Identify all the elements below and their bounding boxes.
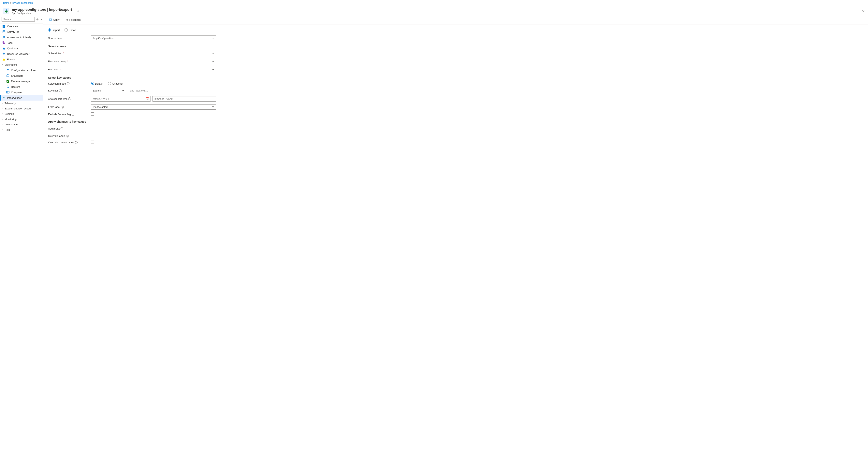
subscription-select[interactable] — [91, 51, 216, 56]
sidebar-item-restore[interactable]: Restore — [0, 84, 43, 90]
override-labels-checkbox[interactable] — [91, 134, 94, 137]
selection-mode-snapshot-text: Snapshot — [112, 82, 123, 85]
override-content-types-control — [91, 140, 216, 144]
resource-control — [91, 67, 216, 72]
date-input[interactable] — [91, 96, 144, 101]
svg-rect-23 — [49, 19, 52, 21]
svg-rect-3 — [3, 26, 4, 28]
specific-time-control: 📅 — [91, 96, 216, 102]
svg-point-10 — [3, 53, 4, 55]
import-radio-label[interactable]: Import — [48, 28, 60, 32]
calendar-icon[interactable]: 📅 — [144, 96, 151, 101]
from-label-select[interactable]: Please select — [91, 104, 216, 110]
sidebar-item-activity-log[interactable]: Activity log — [0, 29, 43, 34]
override-labels-control — [91, 134, 216, 138]
sidebar-item-iam[interactable]: Access control (IAM) — [0, 34, 43, 40]
sidebar-item-overview[interactable]: Overview — [0, 24, 43, 29]
selection-mode-info-icon[interactable]: i — [67, 82, 69, 85]
sidebar-collapse-button[interactable]: « — [40, 18, 43, 21]
app-container: Home > my-app-config-store my-app-config… — [0, 0, 868, 460]
resource-viz-icon — [2, 52, 5, 56]
breadcrumb-resource[interactable]: my-app-config-store — [12, 2, 34, 4]
importexport-icon — [2, 96, 5, 99]
feedback-button[interactable]: Feedback — [63, 17, 83, 23]
sidebar-group-monitoring[interactable]: › Monitoring — [0, 117, 43, 122]
svg-rect-2 — [4, 25, 5, 26]
key-filter-control: EqualsStarts with — [91, 88, 216, 93]
favorite-button[interactable]: ☆ — [76, 8, 80, 14]
selection-mode-snapshot-radio[interactable] — [108, 82, 111, 85]
selection-mode-snapshot-label[interactable]: Snapshot — [108, 82, 123, 85]
sidebar-item-snapshots-label: Snapshots — [11, 74, 23, 77]
sidebar-group-automation-label: Automation — [4, 123, 18, 126]
svg-point-18 — [7, 71, 8, 71]
selection-mode-default-radio[interactable] — [91, 82, 94, 85]
add-prefix-info-icon[interactable]: i — [61, 127, 63, 130]
close-button[interactable]: ✕ — [862, 9, 865, 13]
sidebar-item-configuration-explorer[interactable]: Configuration explorer — [0, 67, 43, 73]
search-actions: ⊙ « — [35, 18, 43, 21]
export-radio[interactable] — [64, 28, 68, 32]
source-type-row: Source type App ConfigurationAzure App S… — [48, 35, 216, 41]
search-input[interactable] — [2, 17, 35, 22]
sidebar-group-operations[interactable]: ▾ Operations — [0, 62, 43, 67]
sidebar-group-telemetry[interactable]: › Telemetry — [0, 101, 43, 106]
selection-mode-default-label[interactable]: Default — [91, 82, 103, 85]
svg-point-24 — [66, 19, 67, 20]
svg-marker-12 — [3, 58, 5, 61]
resource-row: Resource * — [48, 67, 216, 72]
breadcrumb-home[interactable]: Home — [3, 2, 9, 4]
toolbar: Apply Feedback — [43, 15, 868, 25]
export-radio-label[interactable]: Export — [64, 28, 76, 32]
exclude-feature-flag-label: Exclude feature flag i — [48, 113, 88, 116]
sidebar-group-experimentation[interactable]: › Experimentation (New) — [0, 106, 43, 111]
sidebar-group-settings[interactable]: › Settings — [0, 111, 43, 117]
sidebar-item-import-export[interactable]: Import/export — [0, 95, 43, 101]
exclude-feature-flag-checkbox[interactable] — [91, 112, 94, 116]
page-icon — [3, 8, 9, 14]
sidebar-item-quick-start[interactable]: Quick start — [0, 45, 43, 51]
sidebar-item-events[interactable]: Events — [0, 57, 43, 62]
svg-rect-20 — [6, 80, 9, 83]
svg-point-14 — [7, 69, 8, 70]
resource-select[interactable] — [91, 67, 216, 72]
sidebar: ⊙ « Overview Activity log — [0, 15, 43, 460]
selection-mode-default-text: Default — [95, 82, 103, 85]
source-type-select[interactable]: App ConfigurationAzure App Service / Azu… — [91, 35, 216, 41]
exclude-feature-flag-info-icon[interactable]: i — [72, 113, 74, 116]
resource-label: Resource * — [48, 68, 88, 71]
activity-icon — [2, 30, 5, 33]
override-labels-info-icon[interactable]: i — [66, 135, 69, 137]
key-filter-info-icon[interactable]: i — [59, 89, 62, 92]
svg-rect-22 — [8, 91, 9, 93]
telemetry-chevron: › — [2, 102, 3, 104]
apply-button[interactable]: Apply — [46, 17, 62, 23]
sidebar-group-help[interactable]: › Help — [0, 127, 43, 132]
sidebar-group-automation[interactable]: › Automation — [0, 122, 43, 127]
select-key-values-heading: Select key-values — [48, 76, 216, 79]
svg-point-9 — [3, 42, 4, 42]
resource-group-select[interactable] — [91, 59, 216, 64]
key-filter-input[interactable] — [128, 88, 216, 93]
specific-time-info-icon[interactable]: i — [68, 97, 71, 100]
svg-point-8 — [3, 36, 4, 37]
search-filter-button[interactable]: ⊙ — [35, 18, 39, 21]
sidebar-item-compare[interactable]: Compare — [0, 90, 43, 95]
sidebar-item-tags[interactable]: Tags — [0, 40, 43, 45]
sidebar-item-snapshots[interactable]: Snapshots — [0, 73, 43, 78]
source-type-control: App ConfigurationAzure App Service / Azu… — [91, 35, 216, 41]
key-filter-operator-select[interactable]: EqualsStarts with — [91, 88, 126, 93]
time-input[interactable] — [152, 96, 216, 102]
more-button[interactable]: ··· — [82, 8, 86, 14]
import-radio[interactable] — [48, 28, 51, 32]
sidebar-item-tags-label: Tags — [7, 41, 12, 44]
override-content-types-checkbox[interactable] — [91, 140, 94, 144]
sidebar-item-feature-manager[interactable]: Feature manager — [0, 78, 43, 84]
add-prefix-input[interactable] — [91, 126, 216, 131]
sidebar-item-events-label: Events — [7, 58, 15, 61]
sidebar-group-help-label: Help — [4, 128, 10, 131]
override-content-types-info-icon[interactable]: i — [75, 141, 78, 144]
specific-time-label: At a specific time i — [48, 97, 88, 100]
from-label-info-icon[interactable]: i — [61, 106, 64, 108]
sidebar-item-resource-visualizer[interactable]: Resource visualizer — [0, 51, 43, 57]
